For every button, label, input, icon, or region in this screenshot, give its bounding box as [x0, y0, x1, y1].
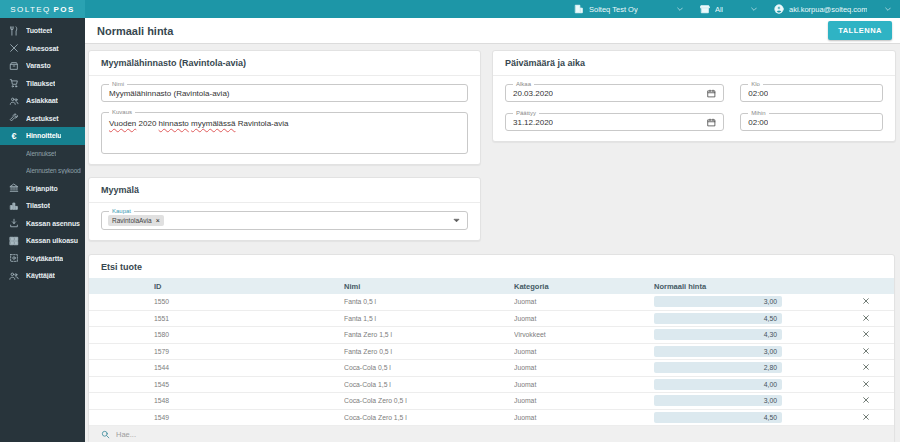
sidebar-item[interactable]: Tuotteet — [0, 22, 85, 40]
sidebar-item[interactable]: Varasto — [0, 57, 85, 75]
price-input[interactable]: 4,30 — [654, 329, 782, 340]
end-date-label: Päättyy — [513, 110, 539, 116]
avatar-icon — [774, 4, 784, 14]
statistics-icon — [9, 201, 19, 211]
store-name: All — [715, 5, 723, 14]
column-header-category: Kategoria — [514, 282, 654, 291]
logo-text-primary: SOLTEQ — [10, 5, 50, 14]
name-field-value: Myymälähinnasto (Ravintola-avia) — [109, 89, 230, 98]
app-window: SOLTEQ POS Solteq Test Oy All aki.korpua… — [0, 0, 900, 442]
product-id: 1580 — [154, 331, 344, 338]
description-field[interactable]: Kuvaus Vuoden 2020 hinnasto myymälässä R… — [101, 112, 468, 154]
calendar-icon[interactable] — [707, 118, 716, 127]
shops-select[interactable]: Kaupat RavintolaAvia × — [101, 211, 468, 230]
app-logo: SOLTEQ POS — [0, 0, 85, 18]
sidebar-item[interactable]: Kassan ulkoasu — [0, 232, 85, 250]
remove-row-button[interactable] — [860, 328, 872, 340]
sidebar-item[interactable]: Ainesosat — [0, 40, 85, 58]
sidebar-item-label: Alennusten syykoodit — [26, 167, 81, 174]
product-name: Coca-Cola Zero 0,5 l — [344, 397, 514, 404]
product-category: Juomat — [514, 364, 654, 371]
price-input[interactable]: 4,50 — [654, 412, 782, 423]
description-field-value: Vuoden 2020 hinnasto myymälässä Ravintol… — [109, 118, 288, 130]
sidebar-item[interactable]: Kassan asennus — [0, 215, 85, 233]
start-time-field[interactable]: Klo 02:00 — [740, 84, 883, 102]
table-map-icon — [9, 253, 19, 263]
sidebar-item-label: Hinnoittelu — [26, 132, 61, 139]
product-id: 1544 — [154, 364, 344, 371]
pos-layout-icon — [9, 236, 19, 246]
chip-remove-icon[interactable]: × — [156, 217, 160, 224]
price-input[interactable]: 3,00 — [654, 296, 782, 307]
sidebar-item-label: Tuotteet — [26, 27, 52, 34]
price-input[interactable]: 4,00 — [654, 379, 782, 390]
shops-select-label: Kaupat — [109, 208, 134, 214]
table-row: 1551 Fanta 1,5 l Juomat 4,50 — [89, 311, 894, 328]
logo-text-secondary: POS — [54, 5, 75, 14]
price-input[interactable]: 2,80 — [654, 362, 782, 373]
table-body: 1550 Fanta 0,5 l Juomat 3,00 1551 Fanta … — [89, 294, 894, 426]
start-time-value: 02:00 — [748, 89, 768, 98]
sidebar-item[interactable]: Asiakkaat — [0, 92, 85, 110]
product-card-title: Etsi tuote — [89, 255, 894, 278]
end-time-value: 02:00 — [748, 118, 768, 127]
product-name: Coca-Cola 1,5 l — [344, 381, 514, 388]
end-date-value: 31.12.2020 — [513, 118, 553, 127]
sidebar-item[interactable]: € Hinnoittelu — [0, 127, 85, 145]
table-row: 1550 Fanta 0,5 l Juomat 3,00 — [89, 294, 894, 311]
shop-chip-label: RavintolaAvia — [112, 217, 152, 224]
sidebar-item[interactable]: Alennukset — [0, 145, 85, 163]
datetime-card-title: Päivämäärä ja aika — [493, 51, 895, 76]
user-email: aki.korpua@solteq.com — [789, 5, 867, 14]
calendar-icon[interactable] — [707, 89, 716, 98]
company-name: Solteq Test Oy — [589, 5, 638, 14]
remove-row-button[interactable] — [860, 345, 872, 357]
sidebar-item[interactable]: Pöytäkartta — [0, 250, 85, 268]
products-icon — [9, 26, 19, 36]
price-input[interactable]: 3,00 — [654, 395, 782, 406]
end-date-field[interactable]: Päättyy 31.12.2020 — [505, 113, 724, 131]
product-category: Juomat — [514, 414, 654, 421]
remove-row-button[interactable] — [860, 378, 872, 390]
product-name: Coca-Cola 0,5 l — [344, 364, 514, 371]
settings-icon — [9, 113, 19, 123]
ingredients-icon — [9, 43, 19, 53]
store-selector[interactable]: All — [700, 4, 758, 14]
search-input[interactable] — [116, 430, 336, 439]
sidebar-item[interactable]: Käyttäjät — [0, 267, 85, 285]
accounting-icon — [9, 183, 19, 193]
save-button[interactable]: TALLENNA — [828, 21, 892, 40]
remove-row-button[interactable] — [860, 411, 872, 423]
product-category: Juomat — [514, 381, 654, 388]
sidebar-item[interactable]: Tilastot — [0, 197, 85, 215]
column-header-id: ID — [154, 282, 344, 291]
price-input[interactable]: 4,50 — [654, 313, 782, 324]
pricing-icon: € — [9, 131, 19, 141]
remove-row-button[interactable] — [860, 394, 872, 406]
sidebar-item-label: Käyttäjät — [26, 272, 55, 279]
product-name: Fanta 0,5 l — [344, 298, 514, 305]
remove-row-button[interactable] — [860, 361, 872, 373]
sidebar-item-label: Alennukset — [26, 150, 56, 157]
remove-row-button[interactable] — [860, 312, 872, 324]
user-menu[interactable]: aki.korpua@solteq.com — [774, 4, 892, 14]
product-category: Juomat — [514, 315, 654, 322]
table-row: 1544 Coca-Cola 0,5 l Juomat 2,80 — [89, 360, 894, 377]
sidebar-item-label: Tilastot — [26, 202, 50, 209]
remove-row-button[interactable] — [860, 295, 872, 307]
dropdown-caret-icon[interactable] — [452, 216, 461, 225]
product-name: Coca-Cola Zero 1,5 l — [344, 414, 514, 421]
sidebar-item[interactable]: Asetukset — [0, 110, 85, 128]
sidebar-item[interactable]: Tilaukset — [0, 75, 85, 93]
name-field[interactable]: Nimi Myymälähinnasto (Ravintola-avia) — [101, 84, 468, 102]
sidebar-item[interactable]: Alennusten syykoodit — [0, 162, 85, 180]
start-date-field[interactable]: Alkaa 20.03.2020 — [505, 84, 724, 102]
sidebar-item[interactable]: Kirjanpito — [0, 180, 85, 198]
topbar: SOLTEQ POS Solteq Test Oy All aki.korpua… — [0, 0, 900, 18]
price-input[interactable]: 3,00 — [654, 346, 782, 357]
table-row: 1548 Coca-Cola Zero 0,5 l Juomat 3,00 — [89, 393, 894, 410]
sidebar-item-label: Kassan asennus — [26, 220, 80, 227]
end-time-field[interactable]: Mihin 02:00 — [740, 113, 883, 131]
company-selector[interactable]: Solteq Test Oy — [574, 4, 684, 14]
product-category: Virvokkeet — [514, 331, 654, 338]
